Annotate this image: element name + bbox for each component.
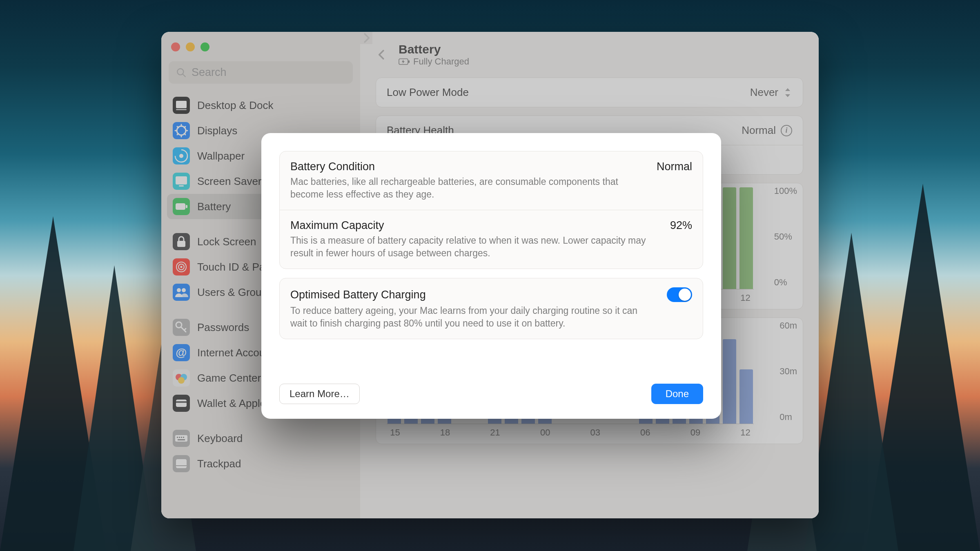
page-subtitle: Fully Charged bbox=[399, 56, 469, 67]
svg-rect-41 bbox=[178, 439, 185, 440]
close-icon[interactable] bbox=[171, 42, 180, 51]
x-tick-label bbox=[403, 427, 420, 438]
sidebar-item-trackpad[interactable]: Trackpad bbox=[167, 451, 354, 476]
sidebar-item-label: Keyboard bbox=[197, 432, 243, 445]
search-placeholder: Search bbox=[192, 66, 227, 79]
row-title: Optimised Battery Charging bbox=[290, 289, 426, 301]
x-tick-label bbox=[503, 427, 520, 438]
wallet-icon bbox=[173, 395, 190, 412]
row-title: Battery Condition bbox=[290, 160, 375, 173]
sidebar-item-desktop-dock[interactable]: Desktop & Dock bbox=[167, 93, 354, 118]
x-tick-label bbox=[520, 427, 537, 438]
x-tick-label bbox=[670, 427, 687, 438]
svg-point-23 bbox=[182, 288, 186, 292]
sidebar-item-label: Battery bbox=[197, 200, 231, 213]
chart-bar bbox=[723, 187, 736, 289]
svg-point-31 bbox=[178, 377, 185, 384]
sidebar-item-label: Displays bbox=[197, 124, 237, 137]
svg-rect-34 bbox=[176, 401, 187, 403]
svg-rect-4 bbox=[176, 109, 187, 110]
y-tick-label: 0% bbox=[774, 277, 787, 288]
chart-bar bbox=[723, 339, 736, 424]
forward-icon[interactable] bbox=[360, 32, 372, 44]
sidebar-item-keyboard[interactable]: Keyboard bbox=[167, 426, 354, 451]
svg-point-8 bbox=[179, 154, 183, 158]
x-tick-label: 21 bbox=[487, 427, 503, 438]
minimize-icon[interactable] bbox=[186, 42, 195, 51]
x-tick-label: 15 bbox=[387, 427, 403, 438]
x-tick-label bbox=[470, 427, 487, 438]
key-icon bbox=[173, 319, 190, 336]
svg-rect-11 bbox=[179, 185, 184, 187]
sidebar-item-label: Passwords bbox=[197, 321, 249, 334]
y-tick-label: 30m bbox=[780, 366, 797, 377]
battery-icon bbox=[173, 198, 190, 215]
info-icon[interactable]: i bbox=[781, 125, 792, 136]
displays-icon bbox=[173, 122, 190, 139]
x-tick-label bbox=[704, 427, 720, 438]
y-tick-label: 60m bbox=[780, 320, 797, 331]
search-input[interactable]: Search bbox=[169, 61, 353, 84]
x-tick-label bbox=[554, 427, 570, 438]
learn-more-button[interactable]: Learn More… bbox=[279, 384, 360, 404]
svg-rect-40 bbox=[183, 437, 184, 438]
svg-point-22 bbox=[177, 288, 181, 292]
x-tick-label bbox=[604, 427, 620, 438]
svg-rect-16 bbox=[177, 241, 185, 247]
x-tick-label: 12 bbox=[737, 293, 754, 303]
svg-rect-14 bbox=[186, 205, 187, 208]
chart-bar bbox=[739, 369, 753, 424]
svg-rect-36 bbox=[175, 435, 187, 442]
x-tick-label: 00 bbox=[537, 427, 554, 438]
svg-rect-13 bbox=[176, 203, 185, 210]
row-value: 92% bbox=[670, 219, 692, 232]
svg-rect-46 bbox=[408, 60, 410, 63]
svg-rect-21 bbox=[173, 284, 190, 301]
x-tick-label: 03 bbox=[587, 427, 604, 438]
users-icon bbox=[173, 284, 190, 301]
sidebar-item-label: Wallpaper bbox=[197, 150, 245, 162]
row-title: Maximum Capacity bbox=[290, 219, 384, 232]
row-description: To reduce battery ageing, your Mac learn… bbox=[290, 304, 650, 330]
x-tick-label bbox=[720, 293, 737, 303]
optimised-charging-row: Optimised Battery Charging To reduce bat… bbox=[280, 278, 703, 339]
maximum-capacity-row: Maximum Capacity 92% This is a measure o… bbox=[280, 210, 703, 269]
sidebar-item-label: Screen Saver bbox=[197, 175, 262, 188]
x-tick-label bbox=[453, 427, 470, 438]
keyboard-icon bbox=[173, 430, 190, 447]
low-power-mode-row[interactable]: Low Power Mode Never bbox=[376, 78, 803, 107]
x-tick-label bbox=[570, 427, 587, 438]
wallpaper-icon bbox=[173, 147, 190, 164]
done-button[interactable]: Done bbox=[651, 384, 703, 404]
svg-line-1 bbox=[183, 74, 185, 77]
svg-text:@: @ bbox=[176, 346, 187, 359]
x-tick-label: 18 bbox=[437, 427, 454, 438]
search-icon bbox=[176, 67, 187, 78]
panel-header: Battery Fully Charged bbox=[376, 40, 803, 78]
back-icon[interactable] bbox=[376, 49, 388, 61]
svg-rect-37 bbox=[177, 437, 178, 438]
svg-rect-38 bbox=[179, 437, 180, 438]
page-title: Battery bbox=[399, 42, 469, 56]
battery-health-modal: Battery Condition Normal Mac batteries, … bbox=[261, 133, 721, 419]
x-tick-label bbox=[620, 427, 637, 438]
optimised-charging-toggle[interactable] bbox=[667, 287, 692, 302]
row-value: Never bbox=[750, 86, 778, 99]
maximize-icon[interactable] bbox=[200, 42, 209, 51]
sidebar-item-label: Lock Screen bbox=[197, 236, 256, 248]
chevron-up-down-icon bbox=[783, 88, 792, 97]
chart-bar bbox=[739, 187, 753, 289]
row-description: Mac batteries, like all rechargeable bat… bbox=[290, 176, 650, 201]
gamecenter-icon bbox=[173, 369, 190, 387]
sidebar-item-label: Trackpad bbox=[197, 458, 241, 470]
x-tick-label bbox=[420, 427, 437, 438]
battery-info-card: Battery Condition Normal Mac batteries, … bbox=[279, 151, 703, 269]
row-value: Normal bbox=[742, 124, 776, 137]
y-tick-label: 50% bbox=[774, 231, 792, 242]
battery-condition-row: Battery Condition Normal Mac batteries, … bbox=[280, 151, 703, 210]
svg-rect-39 bbox=[181, 437, 182, 438]
battery-status-icon bbox=[399, 58, 410, 65]
row-value: Normal bbox=[657, 160, 692, 173]
svg-rect-33 bbox=[176, 400, 187, 407]
svg-rect-43 bbox=[176, 459, 187, 468]
